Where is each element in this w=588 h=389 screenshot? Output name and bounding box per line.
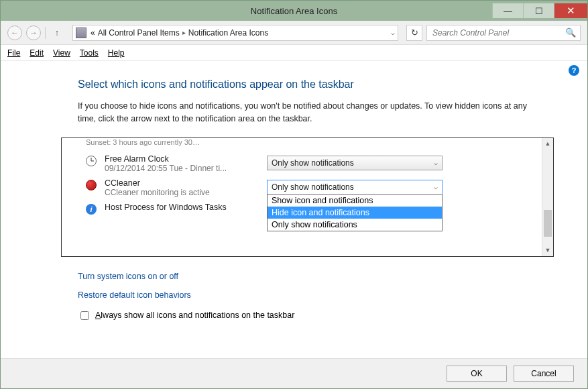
combo-value: Only show notifications bbox=[272, 182, 354, 192]
arrow-left-icon: ← bbox=[11, 28, 19, 38]
chevron-down-icon: ⌵ bbox=[434, 159, 438, 166]
ok-button[interactable]: OK bbox=[447, 366, 507, 382]
control-panel-icon bbox=[76, 27, 86, 38]
always-show-label[interactable]: AAlways show all icons and notifications… bbox=[95, 311, 294, 320]
back-button[interactable]: ← bbox=[7, 25, 22, 40]
chevron-down-icon: ⌵ bbox=[434, 183, 438, 190]
always-show-row: AAlways show all icons and notifications… bbox=[34, 309, 554, 322]
link-section: Turn system icons on or off Restore defa… bbox=[34, 272, 554, 300]
content-area: ? Select which icons and notifications a… bbox=[1, 61, 587, 341]
arrow-up-icon: ↑ bbox=[55, 27, 60, 38]
titlebar[interactable]: Notification Area Icons — ☐ ✕ bbox=[1, 1, 587, 21]
link-restore-defaults[interactable]: Restore default icon behaviors bbox=[78, 290, 554, 300]
combo-value: Only show notifications bbox=[272, 158, 354, 168]
button-bar: OK Cancel bbox=[1, 359, 587, 388]
help-icon[interactable]: ? bbox=[569, 65, 579, 76]
ccleaner-icon bbox=[86, 180, 97, 190]
list-item: CCleaner CCleaner monitoring is active O… bbox=[62, 176, 542, 200]
menu-bar: File Edit View Tools Help bbox=[1, 45, 587, 61]
scroll-up-button[interactable]: ▲ bbox=[542, 138, 553, 150]
minimize-button[interactable]: — bbox=[492, 3, 523, 18]
menu-tools[interactable]: Tools bbox=[80, 48, 99, 58]
address-dropdown-icon[interactable]: ⌵ bbox=[391, 29, 395, 36]
window-controls: — ☐ ✕ bbox=[492, 3, 587, 18]
nav-toolbar: ← → ↑ « All Control Panel Items ▸ Notifi… bbox=[1, 21, 587, 45]
search-input[interactable] bbox=[431, 27, 565, 38]
list-item: Free Alarm Clock 09/12/2014 20:55 Tue - … bbox=[62, 152, 542, 176]
item-title: Free Alarm Clock bbox=[105, 154, 253, 164]
combo-dropdown: Show icon and notifications Hide icon an… bbox=[267, 194, 443, 231]
menu-edit[interactable]: Edit bbox=[30, 48, 44, 58]
breadcrumb-item-2[interactable]: Notification Area Icons bbox=[188, 28, 268, 38]
scroll-down-button[interactable]: ▼ bbox=[542, 245, 553, 256]
icon-list-box: Sunset: 3 hours ago currently 30… Free A… bbox=[61, 137, 554, 257]
behavior-combo[interactable]: Only show notifications ⌵ bbox=[267, 156, 443, 170]
breadcrumb[interactable]: « All Control Panel Items ▸ Notification… bbox=[91, 28, 268, 38]
combo-option[interactable]: Show icon and notifications bbox=[268, 194, 442, 207]
close-button[interactable]: ✕ bbox=[554, 3, 587, 18]
menu-file[interactable]: File bbox=[7, 48, 20, 58]
icon-list-inner: Sunset: 3 hours ago currently 30… Free A… bbox=[62, 138, 542, 256]
search-box[interactable]: 🔍 bbox=[426, 25, 581, 41]
page-heading: Select which icons and notifications app… bbox=[34, 78, 554, 91]
info-icon: i bbox=[86, 204, 97, 215]
combo-option[interactable]: Only show notifications bbox=[268, 219, 442, 231]
item-title: CCleaner bbox=[105, 178, 253, 188]
window-title: Notification Area Icons bbox=[251, 6, 337, 16]
item-subtitle: CCleaner monitoring is active bbox=[105, 188, 253, 197]
combo-option-highlighted[interactable]: Hide icon and notifications bbox=[268, 207, 442, 219]
behavior-combo-open[interactable]: Only show notifications ⌵ Show icon and … bbox=[267, 180, 443, 194]
forward-button[interactable]: → bbox=[26, 25, 41, 40]
scroll-track[interactable] bbox=[542, 150, 553, 245]
refresh-button[interactable]: ↻ bbox=[406, 25, 422, 41]
breadcrumb-item-1[interactable]: All Control Panel Items bbox=[98, 28, 180, 38]
nav-divider bbox=[45, 27, 46, 39]
cancel-button[interactable]: Cancel bbox=[514, 366, 574, 382]
item-subtitle: 09/12/2014 20:55 Tue - Dinner ti... bbox=[105, 164, 253, 173]
search-icon[interactable]: 🔍 bbox=[565, 27, 576, 38]
breadcrumb-prefix: « bbox=[91, 28, 95, 38]
scrollbar[interactable]: ▲ ▼ bbox=[542, 138, 553, 256]
page-description: If you choose to hide icons and notifica… bbox=[34, 100, 554, 125]
always-show-checkbox[interactable] bbox=[80, 311, 89, 320]
scroll-thumb[interactable] bbox=[544, 210, 552, 237]
up-button[interactable]: ↑ bbox=[50, 25, 64, 40]
alarm-clock-icon bbox=[86, 156, 97, 166]
truncated-previous-row: Sunset: 3 hours ago currently 30… bbox=[86, 138, 542, 146]
item-title: Host Process for Windows Tasks bbox=[105, 203, 253, 212]
menu-help[interactable]: Help bbox=[108, 48, 125, 58]
maximize-button[interactable]: ☐ bbox=[523, 3, 554, 18]
refresh-icon: ↻ bbox=[411, 27, 418, 38]
chevron-right-icon[interactable]: ▸ bbox=[182, 29, 186, 36]
link-system-icons[interactable]: Turn system icons on or off bbox=[78, 272, 554, 281]
window-frame: Notification Area Icons — ☐ ✕ ← → ↑ « Al… bbox=[0, 0, 588, 389]
menu-view[interactable]: View bbox=[53, 48, 70, 58]
address-bar[interactable]: « All Control Panel Items ▸ Notification… bbox=[72, 25, 398, 41]
arrow-right-icon: → bbox=[30, 28, 38, 38]
